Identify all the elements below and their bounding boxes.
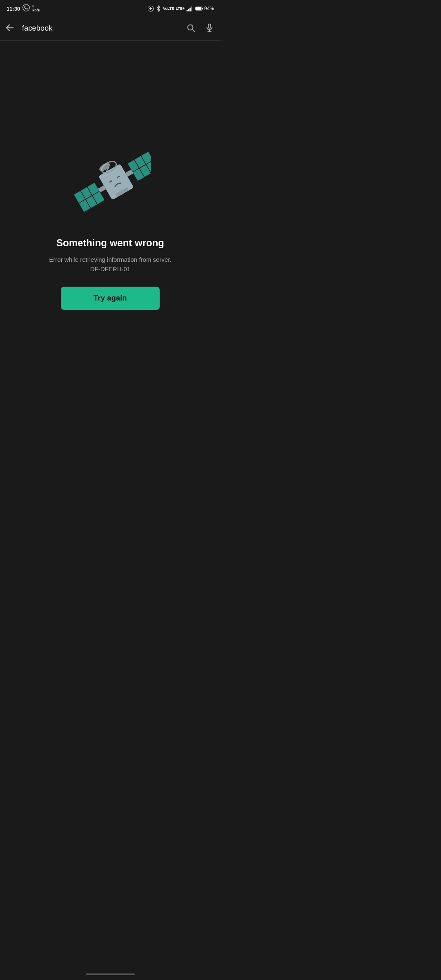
volte-indicator: VoLTE	[163, 7, 174, 11]
error-description: Error while retrieving information from …	[49, 255, 171, 274]
status-right: VoLTE LTE+ 94%	[147, 5, 214, 12]
try-again-button[interactable]: Try again	[61, 287, 160, 310]
error-title: Something went wrong	[56, 237, 164, 249]
back-button[interactable]	[5, 21, 18, 36]
bluetooth-icon	[156, 5, 161, 12]
status-left: 11:30 0kb/s	[7, 4, 40, 13]
svg-rect-7	[191, 7, 192, 11]
whatsapp-icon	[22, 4, 30, 13]
status-bar: 11:30 0kb/s VoLTE LTE+	[0, 0, 220, 16]
svg-rect-9	[202, 8, 203, 9]
lte-indicator: LTE+	[176, 7, 185, 11]
search-button[interactable]	[185, 22, 197, 35]
search-icons	[185, 22, 216, 35]
error-content: Something went wrong Error while retriev…	[0, 41, 220, 408]
svg-rect-10	[196, 7, 202, 10]
svg-rect-13	[208, 24, 211, 28]
battery-indicator: 94%	[195, 6, 214, 11]
satellite-illustration	[69, 147, 151, 221]
signal-icon	[186, 6, 194, 11]
search-input-container: facebook	[22, 24, 180, 33]
location-icon	[147, 5, 154, 12]
svg-rect-4	[187, 10, 188, 11]
mic-button[interactable]	[203, 22, 216, 35]
svg-rect-5	[188, 9, 189, 11]
battery-icon	[195, 6, 203, 11]
status-time: 11:30	[7, 6, 20, 12]
network-speed: 0kb/s	[32, 4, 40, 13]
search-bar: facebook	[0, 16, 220, 41]
svg-line-12	[192, 29, 194, 31]
search-query[interactable]: facebook	[22, 24, 53, 32]
svg-rect-6	[189, 8, 191, 11]
svg-point-0	[23, 4, 30, 11]
